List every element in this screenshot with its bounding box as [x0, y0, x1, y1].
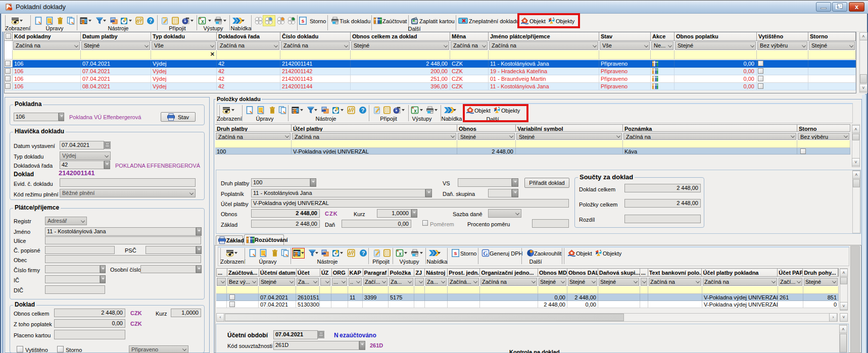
svg-text:x: x — [399, 251, 402, 257]
svg-text:?: ? — [361, 107, 365, 113]
svg-text:?: ? — [362, 250, 365, 256]
svg-text:?: ? — [149, 18, 153, 24]
svg-text:s: s — [301, 18, 304, 24]
svg-text:s: s — [454, 250, 457, 256]
svg-text:x: x — [414, 108, 417, 114]
svg-text:x: x — [201, 19, 204, 24]
svg-text:G: G — [483, 250, 488, 257]
